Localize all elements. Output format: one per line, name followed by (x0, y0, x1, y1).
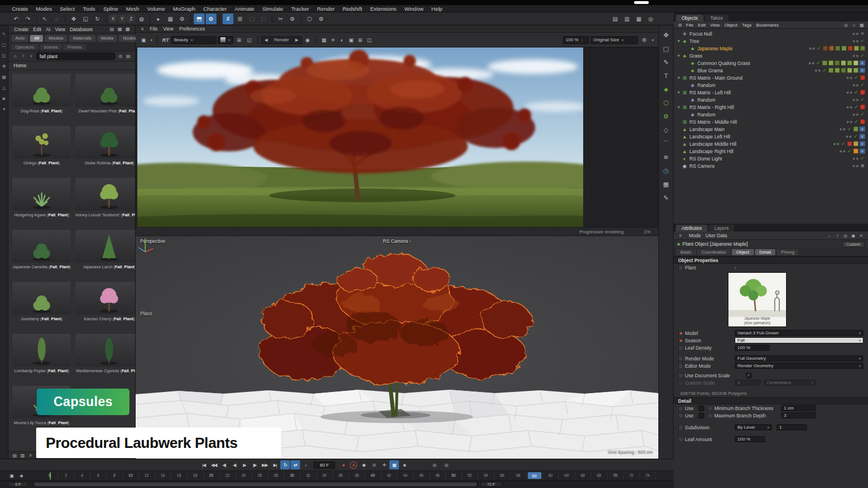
editor-visibility-dot[interactable] (840, 150, 842, 152)
tab-attributes[interactable]: Attributes (676, 225, 708, 232)
zoom-level-field[interactable]: 100 %↕ (563, 36, 589, 44)
enabled-toggle-icon[interactable]: ✓ (840, 141, 846, 146)
object-row-landscape-right-hill[interactable]: ▲Landscape Right Hill✓F (674, 147, 868, 155)
key-scale-icon[interactable]: ⊙ (369, 460, 379, 469)
leaf-amount-field[interactable]: 100 % (735, 436, 765, 442)
material-tag-icon[interactable] (823, 46, 828, 51)
x-axis-lock-icon[interactable]: X (109, 15, 117, 23)
editor-visibility-dot[interactable] (853, 84, 855, 86)
subdivision-field[interactable]: 1 (776, 424, 807, 430)
asset-tile-hedgehog-agave-fall-plant[interactable]: Hedgehog Agave (Fall, Plant) (11, 177, 72, 226)
object-search-icon[interactable]: ◎ (843, 22, 849, 28)
use-document-scale-checkbox[interactable]: ✓ (746, 373, 752, 378)
goto-start-icon[interactable]: |◀ (199, 460, 209, 469)
generator-object-icon[interactable]: ⚙ (661, 111, 672, 122)
simulate-icon[interactable]: ⬒ (194, 14, 205, 24)
subdivision-mode-select[interactable]: By Level▾ (735, 424, 772, 430)
field-tag-icon[interactable]: F (860, 60, 865, 66)
asset-tile-lombardy-poplar-fall-plant[interactable]: Lombardy Poplar (Fall, Plant) (11, 333, 72, 382)
redshift-tag-icon[interactable] (860, 104, 865, 110)
attr-lock-icon[interactable]: ◉ (850, 232, 857, 239)
material-tag-icon[interactable] (835, 46, 840, 51)
crop-region-icon[interactable]: ◱ (245, 36, 254, 45)
next-render-button[interactable]: ▶ (293, 36, 300, 45)
enabled-toggle-icon[interactable]: ✓ (816, 46, 822, 51)
enabled-toggle-icon[interactable]: ✓ (853, 75, 859, 80)
sound-icon[interactable]: ♪ (301, 460, 310, 469)
footer-view-list-icon[interactable]: ≡ (27, 452, 34, 459)
asset-tile-globe-robinia-fall-plant[interactable]: Globe Robinia (Fall, Plant) (74, 125, 135, 175)
display-swatch-select[interactable]: ▾ (218, 36, 233, 44)
knife-tool-icon[interactable]: ✂ (275, 14, 286, 24)
texture-mode-icon[interactable]: ◱ (1, 52, 8, 59)
browser-view-list-icon[interactable]: ▤ (108, 26, 115, 33)
object-home-icon[interactable]: ⌂ (850, 22, 857, 28)
render-picture-viewer-icon[interactable]: ▦ (165, 14, 176, 24)
current-frame-field[interactable]: 60 F (314, 461, 335, 469)
layout-standard-icon[interactable]: ▤ (610, 14, 620, 24)
deformer-object-icon[interactable]: ≋ (661, 151, 672, 163)
object-row-rs-matrix-middle-hill[interactable]: ⊞RS Matrix - Middle Hill✓ (674, 118, 868, 125)
tool-cursor-icon[interactable]: ↖ (1, 30, 8, 38)
asset-search-input[interactable] (36, 53, 115, 60)
selection-mode-icon[interactable]: ◌ (51, 14, 62, 24)
viewport-bounds-icon[interactable]: ▢ (661, 43, 672, 54)
asset-tile-juneberry-fall-plant[interactable]: Juneberry (Fall, Plant) (11, 281, 72, 330)
render-visibility-dot[interactable] (856, 55, 858, 57)
enabled-toggle-icon[interactable]: ✓ (815, 60, 821, 66)
rt-toggle[interactable]: RT (161, 36, 170, 45)
object-row-landscape-left-hill[interactable]: ▲Landscape Left Hill✓F (674, 133, 868, 140)
editor-visibility-dot[interactable] (853, 40, 855, 42)
editor-visibility-dot[interactable] (853, 33, 855, 35)
enabled-toggle-icon[interactable]: ✓ (853, 134, 858, 139)
browser-view-details-icon[interactable]: ▩ (124, 26, 131, 33)
enabled-toggle-icon[interactable]: ✓ (860, 38, 865, 43)
render-visibility-dot[interactable] (812, 62, 814, 64)
attr-tab-phong[interactable]: Phong (776, 249, 798, 255)
render-view-icon[interactable]: ▸ (153, 14, 164, 24)
tab-objects[interactable]: Objects (676, 15, 704, 21)
object-menu-view[interactable]: View (708, 23, 722, 28)
place-tool-label[interactable]: Place (140, 311, 152, 316)
asset-menu-ai[interactable]: AI (44, 27, 53, 32)
editor-visibility-dot[interactable] (809, 47, 811, 50)
material-tag-icon[interactable] (828, 68, 834, 73)
object-row-rs-matrix-left-hill[interactable]: ▼⊞RS Matrix - Left Hill✓ (674, 89, 868, 96)
season-select[interactable]: Fall▾ (735, 337, 863, 343)
renderview-menu-file[interactable]: File (147, 26, 160, 32)
capsule-object-icon[interactable]: ⬡ (661, 97, 672, 108)
key-rotation-icon[interactable]: ✛ (379, 460, 389, 469)
expander-icon[interactable]: ▼ (676, 90, 682, 94)
asset-tile-japanese-larch-fall-plant[interactable]: Japanese Larch (Fall, Plant) (74, 229, 135, 278)
editor-mode-select[interactable]: Render Geometry▾ (735, 363, 863, 369)
enabled-toggle-icon[interactable]: ✓ (860, 156, 865, 161)
material-tag-icon[interactable] (847, 68, 852, 73)
search-filter-icon[interactable]: ◎ (117, 53, 124, 60)
custom-scale-field[interactable]: 1 (735, 380, 761, 386)
render-mode-select[interactable]: Full Geometry▾ (735, 355, 863, 361)
asset-tile-dog-rose-fall-plant[interactable]: Dog-Rose (Fall, Plant) (11, 73, 72, 123)
ab-compare-icon[interactable]: ◐ (337, 36, 346, 45)
editor-visibility-dot[interactable] (834, 143, 836, 145)
save-render-icon[interactable]: ▣ (139, 36, 148, 45)
next-frame-icon[interactable]: |▶ (250, 460, 259, 469)
field-tag-icon[interactable]: F (860, 149, 865, 154)
asset-menu-create[interactable]: Create (12, 27, 31, 32)
tool-extra-b-icon[interactable]: ▢ (258, 14, 269, 24)
compare-grid-icon[interactable]: ▦ (319, 36, 328, 45)
previous-render-button[interactable]: ◀ (263, 36, 270, 45)
menu-volume[interactable]: Volume (143, 6, 169, 12)
view-size-select[interactable]: Original Size▾ (591, 36, 638, 44)
spline-object-icon[interactable]: ⌒ (661, 138, 672, 149)
grid-object-icon[interactable]: ▦ (661, 178, 672, 190)
menu-mograph[interactable]: MoGraph (169, 6, 199, 12)
attr-tab-detail[interactable]: Detail (755, 249, 775, 255)
previous-key-icon[interactable]: ◀◀ (209, 460, 219, 469)
capsule-settings-icon[interactable]: ⚙ (316, 14, 327, 24)
field-tag-icon[interactable]: F (860, 68, 865, 73)
text-tool-icon[interactable]: T (661, 70, 672, 81)
loop-playback-icon[interactable]: ↻ (280, 460, 290, 469)
editor-visibility-dot[interactable] (847, 106, 849, 108)
tab-layers[interactable]: Layers (709, 225, 735, 232)
filter-tab-auto[interactable]: Auto (11, 35, 28, 42)
